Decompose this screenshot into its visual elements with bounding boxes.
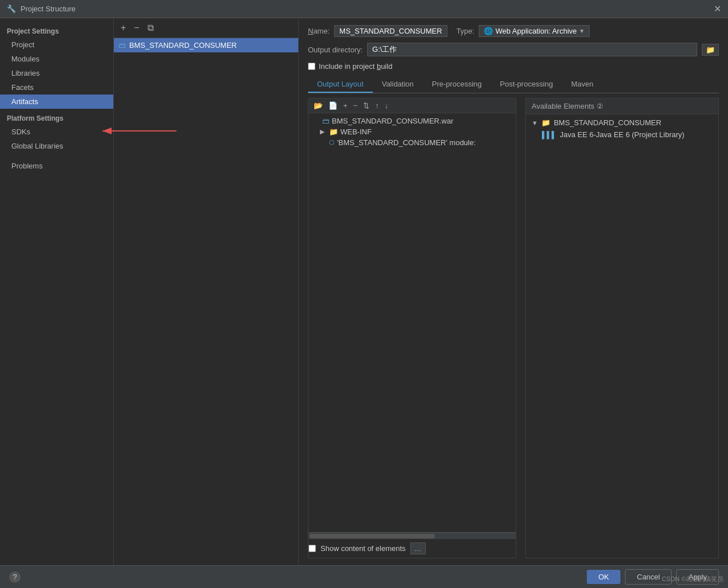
platform-settings-title: Platform Settings bbox=[0, 109, 113, 125]
sidebar-item-global-libraries[interactable]: Global Libraries bbox=[0, 139, 113, 153]
tab-maven[interactable]: Maven bbox=[562, 76, 602, 93]
close-button[interactable]: ✕ bbox=[714, 3, 721, 14]
available-content: ▼ 📁 BMS_STANDARD_CONSUMER ▌▌▌ Java EE 6-… bbox=[526, 114, 718, 558]
dots-button[interactable]: … bbox=[410, 542, 426, 554]
expand-icon-webinf: ▶ bbox=[320, 128, 327, 135]
add-artifact-button[interactable]: + bbox=[118, 22, 128, 34]
artifact-war-icon: 🗃 bbox=[118, 41, 126, 50]
sidebar-item-artifacts[interactable]: Artifacts bbox=[0, 94, 113, 109]
tree-item-webinf[interactable]: ▶ 📁 WEB-INF bbox=[309, 126, 516, 137]
tree-btn-remove[interactable]: − bbox=[352, 101, 360, 110]
artifact-list: 🗃 BMS_STANDARD_CONSUMER bbox=[114, 38, 298, 565]
main-layout: Project Settings Project Modules Librari… bbox=[0, 18, 728, 565]
sidebar: Project Settings Project Modules Librari… bbox=[0, 18, 114, 565]
tree-item-module[interactable]: ⬡ 'BMS_STANDARD_CONSUMER' module: bbox=[309, 137, 516, 148]
available-item-javaee-label: Java EE 6-Java EE 6 (Project Library) bbox=[560, 130, 685, 139]
sidebar-item-project[interactable]: Project bbox=[0, 38, 113, 52]
available-elements-label: Available Elements ② bbox=[532, 102, 603, 110]
tabs-bar: Output Layout Validation Pre-processing … bbox=[308, 76, 719, 93]
tab-output-layout[interactable]: Output Layout bbox=[308, 76, 373, 93]
sidebar-item-libraries[interactable]: Libraries bbox=[0, 66, 113, 80]
available-item-bms[interactable]: ▼ 📁 BMS_STANDARD_CONSUMER bbox=[526, 117, 718, 129]
type-label: Type: bbox=[456, 27, 475, 35]
tree-btn-folder[interactable]: 📂 bbox=[312, 101, 324, 110]
output-dir-label: Output directory: bbox=[308, 46, 363, 54]
title-bar: 🔧 Project Structure ✕ bbox=[0, 0, 728, 18]
sidebar-item-facets[interactable]: Facets bbox=[0, 80, 113, 94]
available-header: Available Elements ② bbox=[526, 98, 718, 114]
remove-artifact-button[interactable]: − bbox=[131, 22, 141, 34]
name-row: Name: MS_STANDARD_CONSUMER bbox=[308, 25, 447, 37]
artifact-name: BMS_STANDARD_CONSUMER bbox=[129, 41, 237, 50]
scrollbar-thumb bbox=[310, 534, 435, 538]
tab-pre-processing[interactable]: Pre-processing bbox=[423, 76, 491, 93]
ok-button[interactable]: OK bbox=[587, 570, 620, 584]
sidebar-item-modules[interactable]: Modules bbox=[0, 52, 113, 66]
web-archive-icon: 🌐 bbox=[484, 27, 493, 35]
name-value[interactable]: MS_STANDARD_CONSUMER bbox=[334, 25, 447, 37]
sidebar-item-sdks[interactable]: SDKs bbox=[0, 125, 113, 139]
tab-validation[interactable]: Validation bbox=[373, 76, 423, 93]
output-dir-row: Output directory: G:\工作 📁 bbox=[308, 43, 719, 56]
include-build-label: Include in project build bbox=[319, 62, 392, 71]
tree-content: 🗃 BMS_STANDARD_CONSUMER.war ▶ 📁 WEB-INF … bbox=[309, 113, 516, 530]
type-dropdown[interactable]: 🌐 Web Application: Archive ▼ bbox=[479, 25, 590, 37]
tree-btn-sort[interactable]: ⇅ bbox=[361, 101, 371, 110]
project-settings-title: Project Settings bbox=[0, 24, 113, 38]
name-type-header: Name: MS_STANDARD_CONSUMER Type: 🌐 Web A… bbox=[308, 25, 719, 37]
tree-item-webinf-label: WEB-INF bbox=[340, 128, 372, 136]
show-content-checkbox[interactable] bbox=[309, 545, 316, 552]
type-row: Type: 🌐 Web Application: Archive ▼ bbox=[456, 25, 590, 37]
folder-icon-bms: 📁 bbox=[541, 118, 550, 127]
available-item-javaee[interactable]: ▌▌▌ Java EE 6-Java EE 6 (Project Library… bbox=[526, 129, 718, 141]
bottom-left: ? bbox=[9, 571, 20, 583]
sidebar-item-problems[interactable]: Problems bbox=[0, 159, 113, 173]
horizontal-scrollbar[interactable] bbox=[309, 532, 516, 539]
tree-item-war[interactable]: 🗃 BMS_STANDARD_CONSUMER.war bbox=[309, 116, 516, 126]
module-icon: ⬡ bbox=[329, 139, 335, 146]
right-panel: Name: MS_STANDARD_CONSUMER Type: 🌐 Web A… bbox=[299, 18, 728, 565]
show-content-label: Show content of elements bbox=[320, 544, 406, 553]
artifact-item[interactable]: 🗃 BMS_STANDARD_CONSUMER bbox=[114, 38, 298, 52]
show-content-row: Show content of elements … bbox=[309, 539, 516, 558]
available-item-bms-label: BMS_STANDARD_CONSUMER bbox=[554, 118, 661, 127]
artifact-toolbar: + − ⧉ bbox=[114, 18, 298, 38]
help-button[interactable]: ? bbox=[9, 571, 20, 583]
tree-btn-add[interactable]: + bbox=[342, 101, 349, 110]
lib-bars-icon: ▌▌▌ bbox=[542, 131, 557, 139]
available-pane: Available Elements ② ▼ 📁 BMS_STANDARD_CO… bbox=[525, 98, 719, 558]
artifact-list-panel: + − ⧉ 🗃 BMS_STANDARD_CONSUMER bbox=[114, 18, 299, 565]
tree-btn-file[interactable]: 📄 bbox=[327, 101, 339, 110]
bottom-bar: ? OK Cancel Apply bbox=[0, 565, 728, 588]
chevron-down-icon: ▼ bbox=[579, 28, 585, 34]
name-label: Name: bbox=[308, 27, 330, 35]
browse-button[interactable]: 📁 bbox=[702, 44, 719, 56]
tree-btn-up[interactable]: ↑ bbox=[373, 101, 381, 110]
app-icon: 🔧 bbox=[7, 5, 16, 14]
tree-toolbar: 📂 📄 + − ⇅ ↑ ↓ bbox=[309, 98, 516, 113]
output-layout-content: 📂 📄 + − ⇅ ↑ ↓ 🗃 BMS_STANDARD_CONSUMER.wa… bbox=[308, 98, 719, 558]
output-dir-input[interactable]: G:\工作 bbox=[367, 43, 697, 56]
watermark: CSDN ©高冷的搞笑员 bbox=[662, 575, 723, 583]
tree-btn-down[interactable]: ↓ bbox=[383, 101, 390, 110]
folder-icon-webinf: 📁 bbox=[329, 128, 338, 136]
war-file-icon: 🗃 bbox=[322, 117, 330, 125]
tree-item-module-label: 'BMS_STANDARD_CONSUMER' module: bbox=[337, 138, 476, 147]
tree-item-war-label: BMS_STANDARD_CONSUMER.war bbox=[332, 117, 454, 125]
chevron-down-icon: ▼ bbox=[532, 120, 538, 126]
include-build-row: Include in project build bbox=[308, 62, 719, 71]
include-build-checkbox[interactable] bbox=[308, 63, 315, 70]
copy-artifact-button[interactable]: ⧉ bbox=[145, 22, 156, 34]
window-title: Project Structure bbox=[20, 5, 76, 13]
tree-pane: 📂 📄 + − ⇅ ↑ ↓ 🗃 BMS_STANDARD_CONSUMER.wa… bbox=[308, 98, 516, 558]
tab-post-processing[interactable]: Post-processing bbox=[491, 76, 562, 93]
type-text: Web Application: Archive bbox=[495, 27, 577, 35]
